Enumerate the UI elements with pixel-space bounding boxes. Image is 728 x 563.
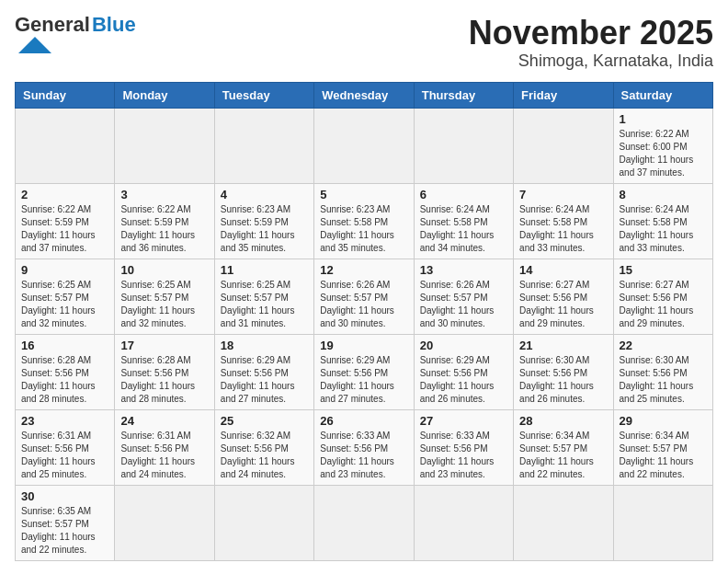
day-cell: 1Sunrise: 6:22 AM Sunset: 6:00 PM Daylig… bbox=[613, 108, 712, 183]
day-cell bbox=[613, 485, 712, 560]
day-info: Sunrise: 6:24 AM Sunset: 5:58 PM Dayligh… bbox=[420, 203, 507, 255]
day-info: Sunrise: 6:29 AM Sunset: 5:56 PM Dayligh… bbox=[420, 354, 507, 406]
day-cell: 12Sunrise: 6:26 AM Sunset: 5:57 PM Dayli… bbox=[314, 259, 414, 334]
day-cell: 18Sunrise: 6:29 AM Sunset: 5:56 PM Dayli… bbox=[214, 334, 313, 409]
day-cell: 14Sunrise: 6:27 AM Sunset: 5:56 PM Dayli… bbox=[514, 259, 613, 334]
day-info: Sunrise: 6:26 AM Sunset: 5:57 PM Dayligh… bbox=[420, 279, 507, 330]
day-cell: 25Sunrise: 6:32 AM Sunset: 5:56 PM Dayli… bbox=[214, 409, 313, 485]
day-number: 24 bbox=[120, 414, 208, 428]
day-number: 25 bbox=[221, 414, 308, 428]
day-info: Sunrise: 6:31 AM Sunset: 5:56 PM Dayligh… bbox=[21, 430, 108, 481]
header-day-saturday: Saturday bbox=[613, 82, 712, 108]
calendar-table: SundayMondayTuesdayWednesdayThursdayFrid… bbox=[15, 82, 713, 561]
day-info: Sunrise: 6:24 AM Sunset: 5:58 PM Dayligh… bbox=[620, 203, 707, 255]
day-number: 9 bbox=[21, 263, 108, 277]
day-info: Sunrise: 6:33 AM Sunset: 5:56 PM Dayligh… bbox=[320, 430, 407, 481]
day-info: Sunrise: 6:27 AM Sunset: 5:56 PM Dayligh… bbox=[620, 279, 707, 330]
day-cell: 20Sunrise: 6:29 AM Sunset: 5:56 PM Dayli… bbox=[414, 334, 513, 409]
day-cell: 22Sunrise: 6:30 AM Sunset: 5:56 PM Dayli… bbox=[613, 334, 712, 409]
day-info: Sunrise: 6:29 AM Sunset: 5:56 PM Dayligh… bbox=[221, 354, 308, 406]
day-number: 13 bbox=[420, 263, 507, 277]
day-number: 19 bbox=[320, 339, 407, 352]
day-number: 6 bbox=[420, 188, 507, 201]
day-number: 16 bbox=[21, 339, 108, 352]
day-cell bbox=[414, 485, 513, 560]
day-info: Sunrise: 6:27 AM Sunset: 5:56 PM Dayligh… bbox=[519, 279, 607, 330]
day-number: 22 bbox=[620, 339, 707, 352]
day-info: Sunrise: 6:28 AM Sunset: 5:56 PM Dayligh… bbox=[21, 354, 108, 406]
header-day-friday: Friday bbox=[514, 82, 613, 108]
day-number: 29 bbox=[620, 414, 707, 428]
header-day-monday: Monday bbox=[115, 82, 214, 108]
day-number: 4 bbox=[221, 188, 308, 201]
day-info: Sunrise: 6:23 AM Sunset: 5:59 PM Dayligh… bbox=[221, 203, 308, 255]
day-cell bbox=[115, 108, 214, 183]
day-number: 15 bbox=[620, 263, 707, 277]
day-cell: 7Sunrise: 6:24 AM Sunset: 5:58 PM Daylig… bbox=[514, 183, 613, 259]
day-cell: 30Sunrise: 6:35 AM Sunset: 5:57 PM Dayli… bbox=[16, 485, 115, 560]
day-info: Sunrise: 6:30 AM Sunset: 5:56 PM Dayligh… bbox=[620, 354, 707, 406]
day-info: Sunrise: 6:22 AM Sunset: 6:00 PM Dayligh… bbox=[620, 128, 707, 179]
day-info: Sunrise: 6:31 AM Sunset: 5:56 PM Dayligh… bbox=[120, 430, 208, 481]
svg-marker-0 bbox=[18, 37, 51, 53]
location-title: Shimoga, Karnataka, India bbox=[469, 52, 713, 71]
day-cell bbox=[514, 485, 613, 560]
day-cell bbox=[314, 485, 414, 560]
day-number: 20 bbox=[420, 339, 507, 352]
day-number: 5 bbox=[320, 188, 407, 201]
day-info: Sunrise: 6:32 AM Sunset: 5:56 PM Dayligh… bbox=[221, 430, 308, 481]
day-number: 10 bbox=[120, 263, 208, 277]
day-info: Sunrise: 6:25 AM Sunset: 5:57 PM Dayligh… bbox=[21, 279, 108, 330]
day-cell: 24Sunrise: 6:31 AM Sunset: 5:56 PM Dayli… bbox=[115, 409, 214, 485]
day-number: 11 bbox=[221, 263, 308, 277]
day-cell: 5Sunrise: 6:23 AM Sunset: 5:58 PM Daylig… bbox=[314, 183, 414, 259]
day-cell: 19Sunrise: 6:29 AM Sunset: 5:56 PM Dayli… bbox=[314, 334, 414, 409]
day-cell: 23Sunrise: 6:31 AM Sunset: 5:56 PM Dayli… bbox=[16, 409, 115, 485]
day-info: Sunrise: 6:25 AM Sunset: 5:57 PM Dayligh… bbox=[221, 279, 308, 330]
day-cell: 9Sunrise: 6:25 AM Sunset: 5:57 PM Daylig… bbox=[16, 259, 115, 334]
day-info: Sunrise: 6:28 AM Sunset: 5:56 PM Dayligh… bbox=[120, 354, 208, 406]
day-info: Sunrise: 6:30 AM Sunset: 5:56 PM Dayligh… bbox=[519, 354, 607, 406]
day-number: 8 bbox=[620, 188, 707, 201]
day-cell: 10Sunrise: 6:25 AM Sunset: 5:57 PM Dayli… bbox=[115, 259, 214, 334]
day-number: 3 bbox=[120, 188, 208, 201]
day-number: 1 bbox=[620, 112, 707, 126]
day-info: Sunrise: 6:33 AM Sunset: 5:56 PM Dayligh… bbox=[420, 430, 507, 481]
day-cell: 16Sunrise: 6:28 AM Sunset: 5:56 PM Dayli… bbox=[16, 334, 115, 409]
day-number: 28 bbox=[519, 414, 607, 428]
header-area: General Blue November 2025 Shimoga, Karn… bbox=[15, 15, 713, 71]
day-cell bbox=[314, 108, 414, 183]
day-cell: 28Sunrise: 6:34 AM Sunset: 5:57 PM Dayli… bbox=[514, 409, 613, 485]
month-title: November 2025 bbox=[469, 15, 713, 52]
day-cell: 21Sunrise: 6:30 AM Sunset: 5:56 PM Dayli… bbox=[514, 334, 613, 409]
day-number: 26 bbox=[320, 414, 407, 428]
day-info: Sunrise: 6:29 AM Sunset: 5:56 PM Dayligh… bbox=[320, 354, 407, 406]
day-cell: 8Sunrise: 6:24 AM Sunset: 5:58 PM Daylig… bbox=[613, 183, 712, 259]
title-area: November 2025 Shimoga, Karnataka, India bbox=[469, 15, 713, 71]
logo-blue: Blue bbox=[92, 15, 136, 35]
day-number: 30 bbox=[21, 489, 108, 503]
day-cell: 4Sunrise: 6:23 AM Sunset: 5:59 PM Daylig… bbox=[214, 183, 313, 259]
calendar-body: 1Sunrise: 6:22 AM Sunset: 6:00 PM Daylig… bbox=[16, 108, 713, 560]
day-cell: 11Sunrise: 6:25 AM Sunset: 5:57 PM Dayli… bbox=[214, 259, 313, 334]
header-day-thursday: Thursday bbox=[414, 82, 513, 108]
day-number: 7 bbox=[519, 188, 607, 201]
day-cell: 3Sunrise: 6:22 AM Sunset: 5:59 PM Daylig… bbox=[115, 183, 214, 259]
day-info: Sunrise: 6:23 AM Sunset: 5:58 PM Dayligh… bbox=[320, 203, 407, 255]
day-cell bbox=[414, 108, 513, 183]
day-info: Sunrise: 6:34 AM Sunset: 5:57 PM Dayligh… bbox=[519, 430, 607, 481]
day-info: Sunrise: 6:26 AM Sunset: 5:57 PM Dayligh… bbox=[320, 279, 407, 330]
day-cell: 26Sunrise: 6:33 AM Sunset: 5:56 PM Dayli… bbox=[314, 409, 414, 485]
day-number: 23 bbox=[21, 414, 108, 428]
day-number: 17 bbox=[120, 339, 208, 352]
day-cell bbox=[115, 485, 214, 560]
day-cell: 17Sunrise: 6:28 AM Sunset: 5:56 PM Dayli… bbox=[115, 334, 214, 409]
day-cell: 27Sunrise: 6:33 AM Sunset: 5:56 PM Dayli… bbox=[414, 409, 513, 485]
day-cell: 29Sunrise: 6:34 AM Sunset: 5:57 PM Dayli… bbox=[613, 409, 712, 485]
day-info: Sunrise: 6:24 AM Sunset: 5:58 PM Dayligh… bbox=[519, 203, 607, 255]
day-info: Sunrise: 6:22 AM Sunset: 5:59 PM Dayligh… bbox=[21, 203, 108, 255]
day-number: 12 bbox=[320, 263, 407, 277]
day-cell: 2Sunrise: 6:22 AM Sunset: 5:59 PM Daylig… bbox=[16, 183, 115, 259]
day-cell bbox=[514, 108, 613, 183]
header-day-sunday: Sunday bbox=[16, 82, 115, 108]
